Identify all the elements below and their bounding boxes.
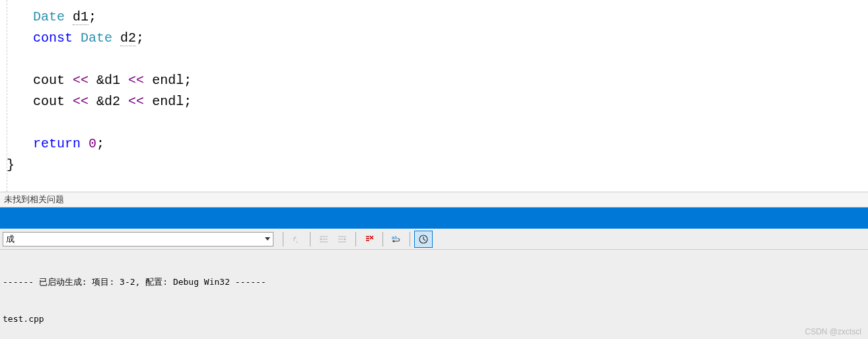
addr-d1: &d1 <box>96 73 120 88</box>
svg-marker-5 <box>320 238 322 241</box>
status-text: 未找到相关问题 <box>4 194 64 204</box>
toolbar-separator <box>355 232 356 246</box>
number-zero: 0 <box>89 136 96 151</box>
cout: cout <box>33 73 65 88</box>
svg-marker-9 <box>344 238 346 241</box>
svg-text:x: x <box>296 241 298 245</box>
output-panel[interactable]: ------ 已启动生成: 项目: 3-2, 配置: Debug Win32 -… <box>0 250 868 339</box>
find-icon[interactable]: fx <box>287 231 306 248</box>
semicolon: ; <box>184 73 192 88</box>
chevron-down-icon <box>265 237 270 241</box>
toolbar-separator <box>382 232 383 246</box>
output-line: ------ 已启动生成: 项目: 3-2, 配置: Debug Win32 -… <box>3 276 865 289</box>
endl: endl <box>152 94 184 109</box>
identifier-d1: d1 <box>73 9 89 25</box>
svg-line-19 <box>423 239 425 241</box>
lshift-op: << <box>128 94 144 109</box>
semicolon: ; <box>184 94 192 109</box>
output-toolbar: 成 fx ab <box>0 229 868 250</box>
toolbar-separator <box>410 232 410 246</box>
output-line: test.cpp <box>3 313 865 326</box>
semicolon: ; <box>89 9 96 24</box>
type-token: Date <box>81 30 112 46</box>
svg-text:ab: ab <box>392 235 397 241</box>
indent-left-icon[interactable] <box>314 231 333 248</box>
output-source-dropdown[interactable]: 成 <box>3 232 273 246</box>
close-brace: } <box>7 157 15 172</box>
cout: cout <box>33 94 65 109</box>
indent-right-icon[interactable] <box>333 231 351 248</box>
keyword-return: return <box>33 136 81 151</box>
endl: endl <box>152 73 184 88</box>
title-bar[interactable] <box>0 207 868 229</box>
toolbar-separator <box>310 232 310 246</box>
lshift-op: << <box>73 94 89 109</box>
toolbar-separator <box>283 232 283 246</box>
keyword-const: const <box>33 30 73 46</box>
type-token: Date <box>33 9 65 24</box>
code-editor[interactable]: Date d1; const Date d2; cout << &d1 << e… <box>0 0 868 192</box>
lshift-op: << <box>128 73 144 88</box>
word-wrap-icon[interactable]: ab <box>387 231 406 248</box>
status-bar: 未找到相关问题 <box>0 192 868 207</box>
watermark: CSDN @zxctscl <box>805 327 861 336</box>
semicolon: ; <box>136 30 144 46</box>
clear-all-icon[interactable] <box>360 231 379 248</box>
clock-icon[interactable] <box>414 231 433 248</box>
dropdown-value: 成 <box>6 233 15 245</box>
semicolon: ; <box>96 136 104 151</box>
identifier-d2: d2 <box>120 30 136 46</box>
addr-d2: &d2 <box>96 94 120 109</box>
lshift-op: << <box>73 73 89 88</box>
